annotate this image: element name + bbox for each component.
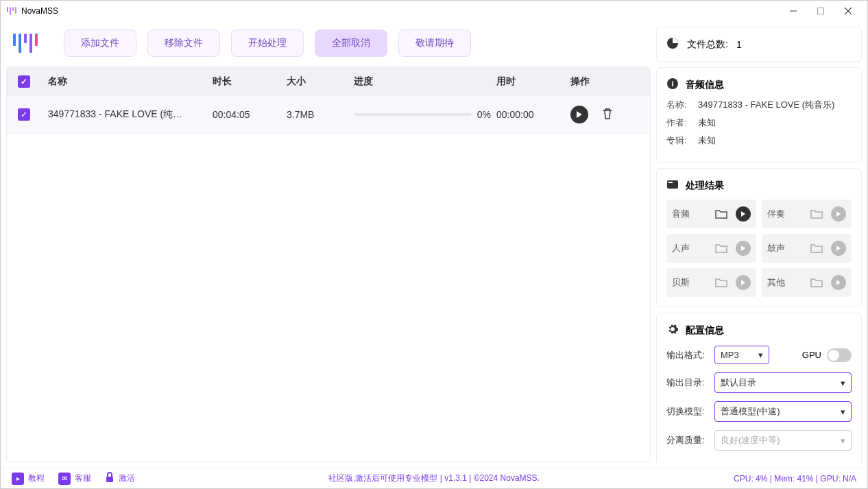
info-album-label: 专辑: [666, 134, 691, 147]
row-checkbox[interactable]: ✓ [18, 108, 30, 121]
info-album-value: 未知 [698, 134, 852, 147]
svg-marker-15 [836, 280, 841, 285]
format-label: 输出格式: [666, 349, 709, 361]
chevron-down-icon: ▾ [841, 378, 845, 388]
svg-rect-1 [818, 8, 824, 14]
row-size: 3.7MB [287, 109, 348, 120]
folder-icon[interactable] [715, 278, 727, 287]
folder-icon[interactable] [715, 209, 727, 219]
select-all-checkbox[interactable]: ✓ [18, 75, 30, 88]
format-select[interactable]: MP3▾ [714, 346, 769, 364]
play-icon[interactable] [736, 241, 751, 256]
results-panel: 处理结果 音频 伴奏 人声 [656, 168, 862, 307]
svg-rect-9 [668, 182, 673, 183]
file-table: ✓ 名称 时长 大小 进度 用时 操作 ✓ 349771833 - FAKE L… [6, 67, 651, 462]
col-size: 大小 [287, 75, 348, 88]
result-other: 其他 [762, 268, 852, 297]
svg-rect-8 [667, 180, 678, 189]
result-accompaniment: 伴奏 [762, 200, 852, 228]
support-link[interactable]: ✉客服 [58, 473, 91, 485]
titlebar: NovaMSS [1, 1, 867, 21]
footer: ▸教程 ✉客服 激活 社区版,激活后可使用专业模型 | v1.3.1 | ©20… [1, 468, 867, 488]
minimize-button[interactable] [780, 1, 807, 21]
quality-label: 分离质量: [666, 434, 709, 446]
config-panel: 配置信息 输出格式: MP3▾ GPU 输出目录: 默认目录▾ 切换模型: 普通… [656, 313, 862, 462]
table-header: ✓ 名称 时长 大小 进度 用时 操作 [7, 67, 650, 96]
activate-link[interactable]: 激活 [105, 472, 135, 485]
progress-percent: 0% [477, 109, 491, 120]
folder-icon[interactable] [810, 209, 823, 219]
col-name: 名称 [40, 75, 207, 88]
results-icon [666, 178, 679, 193]
lock-icon [105, 472, 114, 485]
col-elapsed: 用时 [496, 75, 565, 88]
audio-info-panel: i 音频信息 名称:349771833 - FAKE LOVE (纯音乐) 作者… [656, 67, 862, 163]
svg-marker-14 [741, 280, 745, 285]
play-icon[interactable] [831, 275, 846, 290]
brand-waveform-icon [12, 34, 39, 53]
progress-bar [354, 113, 472, 116]
info-author-label: 作者: [666, 117, 691, 129]
svg-marker-12 [741, 246, 745, 251]
tutorial-icon: ▸ [12, 473, 24, 485]
play-icon[interactable] [736, 206, 751, 222]
info-author-value: 未知 [698, 117, 852, 129]
model-label: 切换模型: [666, 405, 709, 418]
result-drums: 鼓声 [762, 234, 852, 263]
pie-icon [666, 37, 679, 51]
info-name-value: 349771833 - FAKE LOVE (纯音乐) [698, 99, 852, 111]
cancel-all-button[interactable]: 全部取消 [315, 29, 387, 57]
play-icon[interactable] [831, 241, 846, 256]
toolbar: 添加文件 移除文件 开始处理 全部取消 敬请期待 [6, 27, 651, 60]
close-button[interactable] [834, 1, 862, 21]
config-title: 配置信息 [686, 324, 724, 337]
app-logo-icon [6, 7, 17, 15]
col-actions: 操作 [570, 75, 639, 88]
svg-marker-10 [741, 211, 745, 217]
gpu-toggle[interactable] [827, 348, 852, 362]
folder-icon[interactable] [810, 243, 823, 253]
result-audio: 音频 [666, 200, 756, 228]
remove-files-button[interactable]: 移除文件 [147, 29, 220, 57]
quality-select[interactable]: 良好(速度中等)▾ [714, 430, 852, 451]
start-processing-button[interactable]: 开始处理 [231, 29, 304, 57]
outdir-select[interactable]: 默认目录▾ [714, 372, 852, 393]
gear-icon [666, 323, 679, 337]
svg-marker-13 [836, 246, 841, 251]
play-icon[interactable] [831, 206, 846, 222]
file-count-label: 文件总数: [687, 38, 728, 51]
maximize-button[interactable] [807, 1, 834, 21]
tutorial-link[interactable]: ▸教程 [12, 473, 45, 485]
row-name: 349771833 - FAKE LOVE (纯… [40, 108, 207, 121]
audio-info-title: 音频信息 [686, 79, 724, 91]
chat-icon: ✉ [58, 473, 71, 485]
results-title: 处理结果 [686, 180, 724, 192]
result-bass: 贝斯 [666, 268, 756, 297]
file-count-value: 1 [736, 39, 742, 50]
coming-soon-button[interactable]: 敬请期待 [398, 29, 471, 57]
gpu-label: GPU [802, 350, 821, 360]
chevron-down-icon: ▾ [841, 436, 845, 446]
info-name-label: 名称: [666, 99, 691, 111]
result-vocals: 人声 [666, 234, 756, 263]
add-files-button[interactable]: 添加文件 [64, 29, 136, 57]
play-button[interactable] [570, 106, 588, 123]
chevron-down-icon: ▾ [841, 407, 845, 417]
svg-text:i: i [671, 80, 673, 88]
chevron-down-icon: ▾ [758, 350, 763, 360]
folder-icon[interactable] [715, 243, 727, 253]
outdir-label: 输出目录: [666, 377, 709, 389]
folder-icon[interactable] [810, 278, 823, 287]
model-select[interactable]: 普通模型(中速)▾ [714, 401, 852, 422]
row-duration: 00:04:05 [213, 109, 281, 120]
footer-stats: CPU: 4% | Mem: 41% | GPU: N/A [734, 474, 856, 484]
col-progress: 进度 [354, 75, 491, 88]
table-row[interactable]: ✓ 349771833 - FAKE LOVE (纯… 00:04:05 3.7… [7, 96, 650, 134]
app-title: NovaMSS [21, 6, 58, 16]
delete-button[interactable] [602, 108, 613, 122]
file-count-panel: 文件总数: 1 [656, 27, 862, 62]
svg-marker-4 [577, 111, 582, 118]
info-icon: i [666, 77, 679, 92]
col-duration: 时长 [213, 75, 281, 88]
play-icon[interactable] [736, 275, 751, 290]
